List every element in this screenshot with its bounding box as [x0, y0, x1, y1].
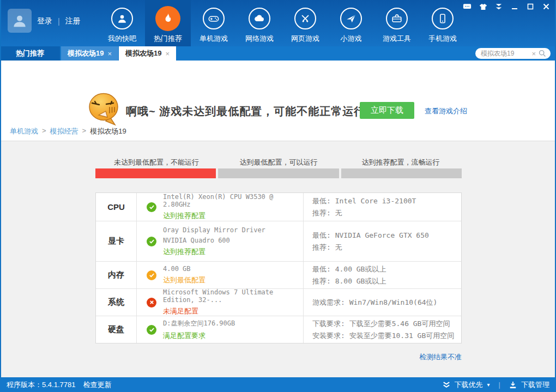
requirement-line: 最低: 4.00 GB或以上: [312, 263, 461, 275]
table-row-os: 系统 Microsoft Windows 7 Ultimate Edition,…: [96, 289, 461, 316]
paper-plane-icon: [340, 8, 362, 29]
tab-close-icon[interactable]: ×: [165, 50, 170, 58]
verdict-text: 满足配置要求: [163, 331, 235, 341]
window-controls: [462, 2, 552, 11]
row-status-cell: Intel(R) Xeon(R) CPU W3530 @ 2.80GHz 达到推…: [137, 193, 304, 221]
login-link[interactable]: 登录: [37, 16, 52, 26]
search-box: ×: [475, 48, 551, 59]
row-status-cell: Oray Display Mirror Driver NVIDIA Quadro…: [137, 221, 304, 261]
message-icon[interactable]: [462, 2, 473, 11]
meter-label-below-min: 未达到最低配置，不能运行: [95, 158, 217, 167]
titlebar: 登录 | 注册 我的快吧 热门推荐 单机游戏: [0, 0, 556, 46]
nav-item-pc-games[interactable]: 单机游戏: [191, 0, 237, 46]
search-clear-icon[interactable]: ×: [531, 50, 536, 58]
config-meter: [95, 168, 462, 178]
nav-item-mini-games[interactable]: 小游戏: [328, 0, 374, 46]
row-status-cell: Microsoft Windows 7 Ultimate Edition, 32…: [137, 289, 304, 316]
row-label: 系统: [96, 289, 137, 316]
requirement-line: 推荐: 无: [312, 207, 461, 219]
table-row-cpu: CPU Intel(R) Xeon(R) CPU W3530 @ 2.80GHz…: [96, 193, 461, 221]
tab-label: 模拟农场19: [125, 49, 161, 58]
search-icon[interactable]: [539, 50, 546, 57]
meter-segment-recommended: [341, 168, 462, 178]
tabbar: 热门推荐 模拟农场19 × 模拟农场19 × ×: [0, 46, 556, 61]
row-requirement-cell: 游戏需求: Win7/Win8/Win10(64位): [304, 289, 461, 316]
search-input[interactable]: [481, 50, 531, 57]
user-silhouette-icon: [11, 13, 28, 29]
download-priority-button[interactable]: 下载优先: [455, 380, 483, 390]
statusbar-left: 程序版本：5.4.1.7781 检查更新: [7, 380, 111, 390]
nav-item-label: 网页游戏: [291, 34, 319, 44]
gamepad-icon: [203, 8, 225, 29]
detected-value: Oray Display Mirror Driver: [163, 226, 265, 234]
nav-item-hot-recommend[interactable]: 热门推荐: [145, 0, 191, 46]
game-intro-link[interactable]: 查看游戏介绍: [425, 106, 467, 116]
download-icon: [509, 381, 517, 389]
user-icon: [111, 8, 133, 29]
maximize-icon[interactable]: [525, 2, 536, 11]
collapse-icon[interactable]: [493, 2, 504, 11]
statusbar-divider: |: [499, 381, 500, 389]
nav-item-label: 热门推荐: [154, 34, 182, 44]
swords-icon: [294, 8, 316, 29]
table-row-disk: 硬盘 D:盘剩余空间176.90GB 满足配置要求 下载要求: 下载至少需要5.…: [96, 316, 461, 343]
tab-close-icon[interactable]: ×: [107, 50, 112, 58]
row-requirement-cell: 下载要求: 下载至少需要5.46 GB可用空间 安装要求: 安装至少需要10.3…: [304, 316, 461, 343]
close-icon[interactable]: [541, 2, 552, 11]
register-link[interactable]: 注册: [65, 16, 81, 26]
nav-item-online-games[interactable]: 网络游戏: [237, 0, 282, 46]
check-update-link[interactable]: 检查更新: [83, 380, 111, 390]
nav-item-label: 游戏工具: [383, 34, 411, 44]
statusbar: 程序版本：5.4.1.7781 检查更新 下载优先 ▾ | 下载管理: [0, 377, 556, 392]
requirement-line: 游戏需求: Win7/Win8/Win10(64位): [312, 297, 461, 309]
row-requirement-cell: 最低: 4.00 GB或以上 推荐: 8.00 GB或以上: [304, 262, 461, 288]
nav-item-game-tools[interactable]: 游戏工具: [374, 0, 420, 46]
chevron-down-icon[interactable]: ▾: [487, 382, 490, 388]
check-circle-icon: [147, 325, 156, 335]
meter-label-recommended: 达到推荐配置，流畅运行: [340, 158, 462, 167]
requirement-line: 推荐: 8.00 GB或以上: [312, 275, 461, 287]
requirement-line: 推荐: 无: [312, 242, 461, 254]
auth-links: 登录 | 注册: [37, 16, 81, 26]
cloud-icon: [249, 8, 270, 29]
result-section: 未达到最低配置，不能运行 达到最低配置，可以运行 达到推荐配置，流畅运行 CPU…: [0, 141, 556, 377]
breadcrumb-separator: >: [42, 126, 46, 136]
verdict-text: 达到推荐配置: [163, 211, 303, 221]
meter-segment-min: [218, 168, 339, 178]
download-manager-button[interactable]: 下载管理: [521, 380, 549, 390]
verdict-text: 达到推荐配置: [163, 247, 265, 257]
skin-icon[interactable]: [478, 2, 488, 11]
row-label: CPU: [96, 193, 137, 221]
sad-mascot-icon: [88, 92, 122, 128]
requirement-line: 最低: Intel Core i3-2100T: [312, 195, 461, 207]
nav-item-mobile-games[interactable]: 手机游戏: [420, 0, 466, 46]
verdict-text: 达到最低配置: [163, 275, 206, 285]
tab-game-2-active[interactable]: 模拟农场19 ×: [119, 46, 176, 61]
fail-cross-circle-icon: [147, 298, 156, 307]
nav-item-label: 小游戏: [341, 34, 362, 44]
tab-label: 模拟农场19: [68, 49, 104, 58]
inaccurate-result-link[interactable]: 检测结果不准: [419, 352, 462, 362]
nav-item-web-games[interactable]: 网页游戏: [282, 0, 328, 46]
tab-game-1[interactable]: 模拟农场19 ×: [61, 46, 118, 61]
minimize-icon[interactable]: [509, 2, 520, 11]
row-label: 硬盘: [96, 316, 137, 343]
requirement-line: 最低: NVIDIA GeForce GTX 650: [312, 230, 461, 242]
tab-label: 热门推荐: [16, 49, 44, 58]
requirement-line: 下载要求: 下载至少需要5.46 GB可用空间: [312, 318, 461, 330]
row-status-cell: D:盘剩余空间176.90GB 满足配置要求: [137, 316, 304, 343]
download-button[interactable]: 立即下载: [360, 102, 414, 119]
table-row-gpu: 显卡 Oray Display Mirror Driver NVIDIA Qua…: [96, 221, 461, 262]
breadcrumb-link-pc-games[interactable]: 单机游戏: [10, 126, 38, 136]
avatar[interactable]: [8, 9, 32, 33]
meter-segment-below-min: [95, 168, 216, 178]
breadcrumb-link-sim-management[interactable]: 模拟经营: [50, 126, 78, 136]
phone-icon: [432, 8, 454, 29]
detected-value: Intel(R) Xeon(R) CPU W3530 @ 2.80GHz: [163, 193, 303, 208]
tab-hot-recommend[interactable]: 热门推荐: [0, 46, 60, 61]
meter-labels: 未达到最低配置，不能运行 达到最低配置，可以运行 达到推荐配置，流畅运行: [95, 158, 462, 167]
detected-value: 4.00 GB: [163, 265, 206, 273]
banner-section: 单机游戏 > 模拟经营 > 模拟农场19 啊哦~ 游戏未达到最低配置，可能不能正…: [0, 61, 556, 141]
check-circle-icon: [147, 237, 156, 246]
nav-item-my-kuaiba[interactable]: 我的快吧: [99, 0, 145, 46]
